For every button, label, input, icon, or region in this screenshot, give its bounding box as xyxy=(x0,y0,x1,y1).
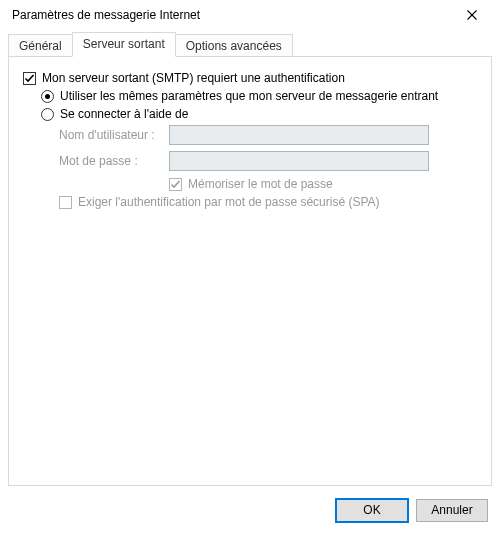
password-input[interactable] xyxy=(169,151,429,171)
check-icon xyxy=(24,73,35,84)
outgoing-server-panel: Mon serveur sortant (SMTP) requiert une … xyxy=(9,57,491,227)
password-label: Mot de passe : xyxy=(59,154,169,168)
spa-row: Exiger l'authentification par mot de pas… xyxy=(59,195,477,209)
button-label: Annuler xyxy=(431,503,472,517)
remember-password-checkbox xyxy=(169,178,182,191)
smtp-auth-checkbox[interactable] xyxy=(23,72,36,85)
tab-panel: Mon serveur sortant (SMTP) requiert une … xyxy=(8,56,492,486)
close-icon xyxy=(467,10,477,20)
spa-label: Exiger l'authentification par mot de pas… xyxy=(78,195,380,209)
tab-advanced-options[interactable]: Options avancées xyxy=(175,34,293,58)
tab-general[interactable]: Général xyxy=(8,34,73,58)
username-input[interactable] xyxy=(169,125,429,145)
check-icon xyxy=(170,179,181,190)
radio-dot-icon xyxy=(45,94,50,99)
username-label: Nom d'utilisateur : xyxy=(59,128,169,142)
dialog-window: Paramètres de messagerie Internet Généra… xyxy=(0,0,500,533)
dialog-title: Paramètres de messagerie Internet xyxy=(12,8,452,22)
tab-label: Général xyxy=(19,39,62,53)
tabs: Général Serveur sortant Options avancées xyxy=(0,30,500,57)
smtp-auth-row[interactable]: Mon serveur sortant (SMTP) requiert une … xyxy=(23,71,477,85)
use-same-settings-row[interactable]: Utiliser les mêmes paramètres que mon se… xyxy=(41,89,477,103)
password-row: Mot de passe : xyxy=(59,151,477,171)
connect-using-label: Se connecter à l'aide de xyxy=(60,107,188,121)
ok-button[interactable]: OK xyxy=(336,499,408,522)
use-same-settings-radio[interactable] xyxy=(41,90,54,103)
remember-password-row: Mémoriser le mot de passe xyxy=(59,177,477,191)
remember-password-label: Mémoriser le mot de passe xyxy=(188,177,333,191)
spa-checkbox xyxy=(59,196,72,209)
close-button[interactable] xyxy=(452,1,492,29)
smtp-auth-label: Mon serveur sortant (SMTP) requiert une … xyxy=(42,71,345,85)
button-label: OK xyxy=(363,503,380,517)
connect-using-radio[interactable] xyxy=(41,108,54,121)
tab-label: Options avancées xyxy=(186,39,282,53)
tab-outgoing-server[interactable]: Serveur sortant xyxy=(72,32,176,57)
username-row: Nom d'utilisateur : xyxy=(59,125,477,145)
titlebar: Paramètres de messagerie Internet xyxy=(0,0,500,30)
use-same-settings-label: Utiliser les mêmes paramètres que mon se… xyxy=(60,89,438,103)
dialog-buttons: OK Annuler xyxy=(0,487,500,533)
cancel-button[interactable]: Annuler xyxy=(416,499,488,522)
connect-using-row[interactable]: Se connecter à l'aide de xyxy=(41,107,477,121)
tab-label: Serveur sortant xyxy=(83,37,165,51)
